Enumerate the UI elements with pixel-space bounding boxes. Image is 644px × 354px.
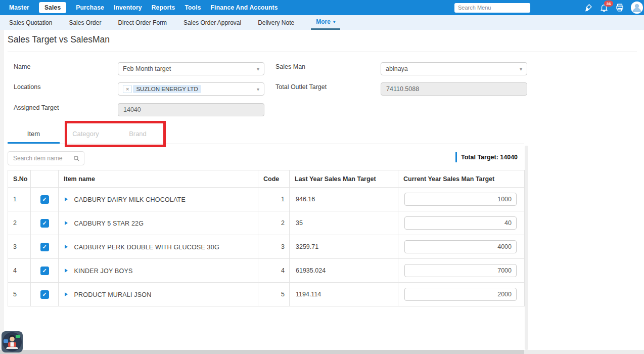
menu-inventory[interactable]: Inventory bbox=[114, 4, 142, 11]
support-chat-avatar[interactable] bbox=[2, 331, 23, 352]
last-year-target-value: 35 bbox=[290, 211, 398, 235]
tab-brand[interactable]: Brand bbox=[112, 124, 164, 144]
item-search-input[interactable] bbox=[12, 154, 73, 162]
row-checkbox[interactable] bbox=[40, 243, 49, 251]
table-row: 1 CADBURY DAIRY MILK CHOCOLATE 1 946.16 bbox=[8, 188, 525, 211]
page-title: Sales Target vs SalesMan bbox=[8, 34, 110, 45]
row-sno: 2 bbox=[8, 211, 31, 235]
row-code: 4 bbox=[258, 259, 290, 283]
item-name: PRODUCT MURALI JSON bbox=[74, 291, 151, 298]
row-code: 5 bbox=[258, 283, 290, 306]
expand-arrow-icon[interactable] bbox=[65, 221, 68, 225]
row-sno: 3 bbox=[8, 235, 31, 259]
submenu-sales-quotation[interactable]: Sales Quotation bbox=[9, 15, 52, 30]
header-last-year-target: Last Year Sales Man Target bbox=[290, 170, 398, 188]
row-sno: 4 bbox=[8, 259, 31, 283]
name-select[interactable]: Feb Month target ▾ bbox=[118, 62, 264, 75]
item-name: CADBURY 5 STAR 22G bbox=[74, 219, 144, 227]
header-code: Code bbox=[258, 170, 290, 188]
title-divider bbox=[8, 52, 637, 52]
location-chip: × SUZLON ENERGY LTD bbox=[123, 85, 201, 93]
print-icon[interactable] bbox=[615, 3, 624, 12]
locations-select[interactable]: × SUZLON ENERGY LTD ▾ bbox=[118, 82, 264, 96]
vertical-scrollbar[interactable] bbox=[525, 146, 528, 350]
submenu-more[interactable]: More ▾ bbox=[311, 15, 340, 30]
item-name: CADBURY PERK DOUBLE WITH GLUCOSE 30G bbox=[74, 243, 219, 250]
table-row: 3 CADBURY PERK DOUBLE WITH GLUCOSE 30G 3… bbox=[8, 235, 525, 259]
table-row: 5 PRODUCT MURALI JSON 5 1194.114 bbox=[8, 283, 525, 306]
table-row: 4 KINDER JOY BOYS 4 61935.024 bbox=[8, 259, 525, 283]
row-sno: 1 bbox=[8, 188, 31, 211]
header-current-year-target: Current Year Sales Man Target bbox=[398, 170, 525, 188]
table-body: 1 CADBURY DAIRY MILK CHOCOLATE 1 946.16 … bbox=[8, 188, 525, 306]
submenu-sales-order[interactable]: Sales Order bbox=[69, 15, 101, 30]
tabs-baseline bbox=[8, 144, 524, 144]
tab-category[interactable]: Category bbox=[60, 124, 112, 144]
sales-submenu: Sales Quotation Sales Order Direct Order… bbox=[0, 15, 644, 30]
submenu-direct-order-form[interactable]: Direct Order Form bbox=[118, 15, 167, 30]
location-chip-label: SUZLON ENERGY LTD bbox=[133, 85, 201, 93]
theme-brush-icon[interactable] bbox=[584, 3, 593, 12]
sales-man-select-value: abinaya bbox=[386, 65, 408, 72]
last-year-target-value: 3259.71 bbox=[290, 235, 398, 259]
remove-location-icon[interactable]: × bbox=[123, 85, 132, 93]
submenu-delivery-note[interactable]: Delivery Note bbox=[258, 15, 294, 30]
last-year-target-value: 946.16 bbox=[290, 188, 398, 211]
expand-arrow-icon[interactable] bbox=[65, 245, 68, 249]
user-avatar[interactable] bbox=[631, 2, 643, 14]
last-year-target-value: 61935.024 bbox=[290, 259, 398, 283]
current-year-target-input[interactable] bbox=[404, 288, 517, 301]
scrollbar-thumb[interactable] bbox=[0, 350, 524, 354]
menu-purchase[interactable]: Purchase bbox=[76, 4, 104, 11]
row-code: 2 bbox=[258, 211, 290, 235]
row-checkbox[interactable] bbox=[40, 195, 49, 204]
total-target: Total Target: 14040 bbox=[455, 152, 518, 162]
menu-search-input[interactable] bbox=[454, 3, 530, 13]
horizontal-scrollbar[interactable] bbox=[0, 350, 644, 354]
items-table: S.No Item name Code Last Year Sales Man … bbox=[8, 170, 525, 306]
menu-reports[interactable]: Reports bbox=[152, 4, 175, 11]
chevron-down-icon: ▾ bbox=[333, 19, 336, 24]
expand-arrow-icon[interactable] bbox=[65, 197, 68, 201]
chevron-down-icon: ▾ bbox=[257, 66, 259, 72]
last-year-target-value: 1194.114 bbox=[290, 283, 398, 306]
left-gutter bbox=[0, 30, 4, 350]
current-year-target-input[interactable] bbox=[404, 193, 517, 206]
row-checkbox[interactable] bbox=[40, 267, 49, 275]
name-label: Name bbox=[14, 63, 30, 70]
total-target-label: Total Target: 14040 bbox=[461, 154, 518, 161]
current-year-target-input[interactable] bbox=[404, 216, 517, 230]
expand-arrow-icon[interactable] bbox=[65, 292, 68, 296]
submenu-more-label: More bbox=[316, 18, 331, 25]
row-sno: 5 bbox=[8, 283, 31, 306]
current-year-target-input[interactable] bbox=[404, 240, 517, 253]
menu-sales[interactable]: Sales bbox=[39, 2, 66, 13]
menu-tools[interactable]: Tools bbox=[185, 4, 201, 11]
row-code: 3 bbox=[258, 235, 290, 259]
notifications-bell-icon[interactable]: 36 bbox=[600, 3, 609, 12]
header-sno: S.No bbox=[8, 170, 31, 188]
row-code: 1 bbox=[258, 188, 290, 211]
expand-arrow-icon[interactable] bbox=[65, 269, 68, 273]
tab-item[interactable]: Item bbox=[8, 124, 60, 144]
row-checkbox[interactable] bbox=[40, 219, 49, 228]
menu-master[interactable]: Master bbox=[9, 4, 29, 11]
sales-man-label: Sales Man bbox=[275, 63, 305, 70]
main-menu: Master Sales Purchase Inventory Reports … bbox=[9, 2, 278, 13]
submenu-sales-order-approval[interactable]: Sales Order Approval bbox=[183, 15, 241, 30]
menu-finance-and-accounts[interactable]: Finance And Accounts bbox=[211, 4, 278, 11]
total-target-accent-bar bbox=[455, 152, 457, 162]
table-header-row: S.No Item name Code Last Year Sales Man … bbox=[8, 170, 525, 188]
item-search bbox=[8, 151, 84, 165]
app-window: Master Sales Purchase Inventory Reports … bbox=[0, 0, 644, 354]
row-checkbox[interactable] bbox=[40, 290, 49, 299]
top-navigation-bar: Master Sales Purchase Inventory Reports … bbox=[0, 0, 644, 15]
total-outlet-target-input bbox=[381, 82, 527, 96]
topbar-icons: 36 bbox=[584, 2, 644, 14]
chevron-down-icon: ▾ bbox=[520, 66, 522, 72]
sales-man-select[interactable]: abinaya ▾ bbox=[381, 62, 527, 75]
assigned-target-input bbox=[118, 103, 264, 116]
current-year-target-input[interactable] bbox=[404, 264, 517, 277]
header-checkbox bbox=[31, 170, 59, 188]
chevron-down-icon: ▾ bbox=[257, 86, 259, 92]
